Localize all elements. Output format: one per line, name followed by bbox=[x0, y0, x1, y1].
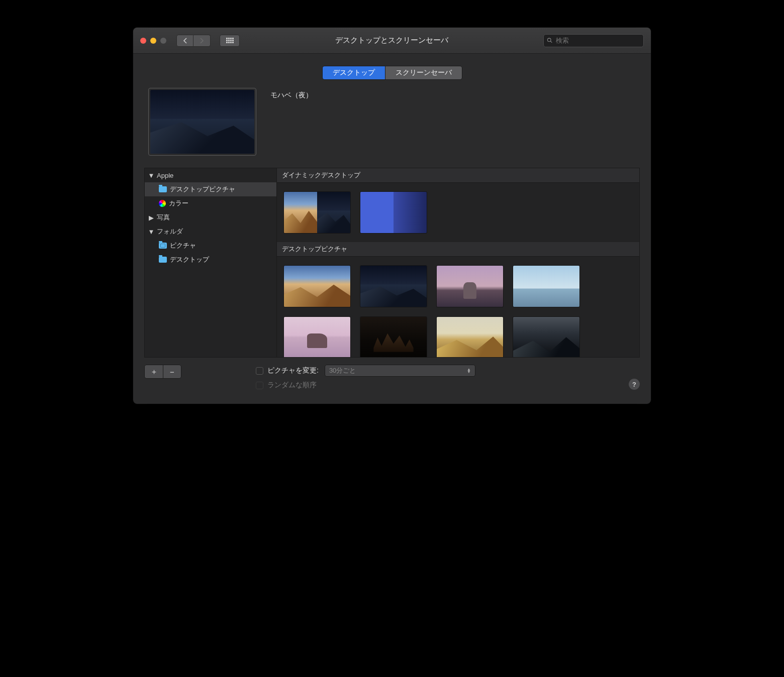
sidebar-group-apple[interactable]: ▼ Apple bbox=[145, 168, 276, 182]
add-folder-button[interactable]: ＋ bbox=[145, 365, 163, 378]
tab-row: デスクトップ スクリーンセーバ bbox=[133, 54, 651, 88]
preview-row: モハベ（夜） bbox=[133, 88, 651, 168]
folder-icon bbox=[159, 243, 167, 249]
body-split: ▼ Apple デスクトップピクチャ カラー ▶ 写真 ▼ フォルダ ピクチャ bbox=[144, 168, 640, 358]
help-button[interactable]: ? bbox=[629, 379, 640, 390]
desktop-picture-thumbs bbox=[277, 257, 639, 357]
change-picture-row: ピクチャを変更: bbox=[256, 366, 319, 375]
stepper-arrows-icon: ▲▼ bbox=[467, 368, 471, 373]
grid-icon bbox=[226, 38, 234, 43]
sidebar-label: デスクトップ bbox=[170, 255, 209, 264]
wallpaper-preview-image bbox=[150, 90, 254, 154]
sidebar-group-photos[interactable]: ▶ 写真 bbox=[145, 210, 276, 224]
footer-row: ＋ − ピクチャを変更: 30分ごと ▲▼ ランダムな順序 ? bbox=[133, 361, 651, 404]
wallpaper-thumb[interactable] bbox=[513, 266, 579, 307]
disclosure-triangle-icon: ▼ bbox=[149, 228, 154, 236]
wallpaper-thumb[interactable] bbox=[360, 317, 427, 357]
change-picture-label: ピクチャを変更: bbox=[267, 366, 319, 375]
wallpaper-thumb[interactable] bbox=[284, 317, 350, 357]
titlebar: デスクトップとスクリーンセーバ bbox=[133, 28, 651, 54]
change-picture-checkbox[interactable] bbox=[256, 367, 263, 375]
search-icon bbox=[547, 37, 553, 44]
wallpaper-thumb[interactable] bbox=[360, 266, 427, 307]
show-all-button[interactable] bbox=[220, 35, 240, 47]
zoom-window-button[interactable] bbox=[160, 38, 166, 44]
random-order-checkbox bbox=[256, 382, 263, 389]
disclosure-triangle-icon: ▼ bbox=[149, 172, 154, 179]
wallpaper-thumb[interactable] bbox=[360, 192, 427, 233]
sidebar-label: デスクトップピクチャ bbox=[170, 185, 235, 194]
forward-button[interactable] bbox=[193, 35, 211, 47]
sidebar-item-pictures-folder[interactable]: ピクチャ bbox=[145, 239, 276, 253]
section-header-dynamic: ダイナミックデスクトップ bbox=[277, 168, 639, 183]
dynamic-thumbs bbox=[277, 183, 639, 242]
change-interval-select[interactable]: 30分ごと ▲▼ bbox=[325, 365, 475, 377]
wallpaper-thumb[interactable] bbox=[513, 317, 579, 357]
sidebar-label: フォルダ bbox=[157, 227, 183, 236]
preferences-window: デスクトップとスクリーンセーバ デスクトップ スクリーンセーバ モハベ（夜） ▼… bbox=[133, 28, 651, 404]
close-window-button[interactable] bbox=[140, 38, 146, 44]
sidebar-label: ピクチャ bbox=[170, 241, 196, 250]
nav-buttons bbox=[176, 35, 211, 47]
sidebar-item-desktop-folder[interactable]: デスクトップ bbox=[145, 253, 276, 267]
wallpaper-thumb[interactable] bbox=[437, 266, 503, 307]
svg-line-1 bbox=[550, 41, 552, 43]
disclosure-triangle-icon: ▶ bbox=[149, 214, 154, 221]
source-sidebar: ▼ Apple デスクトップピクチャ カラー ▶ 写真 ▼ フォルダ ピクチャ bbox=[145, 168, 277, 357]
minimize-window-button[interactable] bbox=[150, 38, 156, 44]
sidebar-group-folders[interactable]: ▼ フォルダ bbox=[145, 224, 276, 239]
current-wallpaper-name: モハベ（夜） bbox=[270, 88, 313, 100]
wallpaper-thumb[interactable] bbox=[284, 192, 350, 233]
sidebar-label: Apple bbox=[157, 172, 173, 179]
random-order-row: ランダムな順序 bbox=[256, 381, 475, 390]
section-header-desktop-pictures: デスクトップピクチャ bbox=[277, 242, 639, 257]
random-order-label: ランダムな順序 bbox=[267, 381, 317, 390]
change-interval-value: 30分ごと bbox=[329, 366, 356, 375]
svg-point-0 bbox=[547, 38, 551, 42]
wallpaper-gallery[interactable]: ダイナミックデスクトップ デスクトップピクチャ bbox=[277, 168, 639, 357]
back-button[interactable] bbox=[176, 35, 193, 47]
search-field[interactable] bbox=[543, 34, 644, 47]
window-title: デスクトップとスクリーンセーバ bbox=[245, 36, 538, 45]
add-remove-buttons: ＋ − bbox=[144, 365, 181, 379]
current-wallpaper-preview bbox=[148, 88, 256, 156]
search-input[interactable] bbox=[556, 37, 640, 44]
sidebar-label: カラー bbox=[169, 199, 188, 208]
sidebar-label: 写真 bbox=[157, 213, 170, 222]
tab-screensaver[interactable]: スクリーンセーバ bbox=[385, 66, 462, 79]
remove-folder-button[interactable]: − bbox=[163, 365, 181, 378]
sidebar-item-colors[interactable]: カラー bbox=[145, 196, 276, 210]
color-wheel-icon bbox=[159, 200, 166, 207]
wallpaper-thumb[interactable] bbox=[437, 317, 503, 357]
folder-icon bbox=[159, 257, 167, 263]
window-controls bbox=[140, 38, 166, 44]
tab-desktop[interactable]: デスクトップ bbox=[323, 66, 385, 79]
wallpaper-thumb[interactable] bbox=[284, 266, 350, 307]
sidebar-item-desktop-pictures[interactable]: デスクトップピクチャ bbox=[145, 182, 276, 196]
folder-icon bbox=[159, 186, 167, 192]
